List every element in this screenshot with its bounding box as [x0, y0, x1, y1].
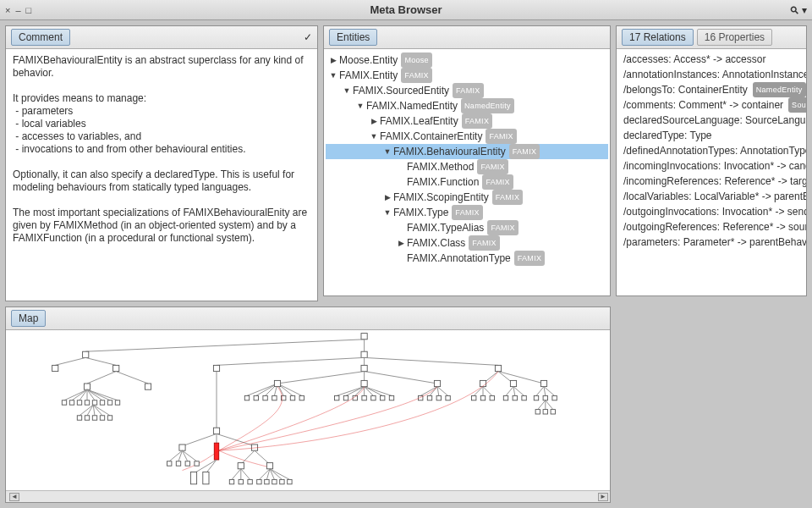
list-item[interactable]: /outgoingInvocations: Invocation* -> sen…: [620, 204, 803, 219]
chevron-down-icon[interactable]: ▼: [383, 205, 392, 220]
tree-item-label: FAMIX.Class: [407, 235, 465, 251]
svg-rect-143: [239, 479, 243, 483]
chevron-down-icon[interactable]: ▼: [383, 144, 392, 159]
comment-header: Comment ✓: [6, 26, 317, 49]
badge: FAMIX: [486, 129, 517, 144]
svg-rect-129: [185, 461, 189, 466]
minimize-icon[interactable]: –: [15, 5, 20, 15]
badge: FAMIX: [452, 205, 483, 220]
map-body[interactable]: [6, 330, 610, 490]
svg-rect-85: [436, 395, 441, 400]
svg-line-80: [420, 387, 437, 396]
svg-rect-155: [288, 479, 292, 483]
svg-rect-21: [92, 400, 96, 405]
svg-rect-118: [213, 428, 219, 433]
search-icon[interactable]: ⚲: [787, 3, 801, 16]
tree-item-label: FAMIX.SourcedEntity: [353, 83, 449, 98]
svg-line-144: [241, 469, 250, 480]
list-item[interactable]: declaredSourceLanguage: SourceLanguage -…: [620, 113, 803, 128]
tree-item[interactable]: ▼FAMIX.SourcedEntityFAMIX: [326, 83, 608, 98]
svg-rect-122: [179, 444, 185, 450]
relations-body[interactable]: /accesses: Access* -> accessor/annotatio…: [617, 49, 806, 295]
list-item[interactable]: /belongsTo: ContainerEntityNamedEntity: [620, 82, 803, 97]
svg-rect-137: [238, 463, 244, 469]
tree-item-label: FAMIX.ScopingEntity: [393, 190, 489, 205]
tab-entities[interactable]: Entities: [329, 29, 377, 46]
check-icon[interactable]: ✓: [304, 31, 312, 43]
list-item[interactable]: /incomingInvocations: Invocation* -> can…: [620, 158, 803, 174]
svg-line-49: [247, 384, 277, 395]
chevron-down-icon[interactable]: ▼: [329, 68, 337, 83]
tab-comment[interactable]: Comment: [11, 29, 70, 46]
badge: FAMIX: [453, 83, 484, 98]
tree-item[interactable]: FAMIX.MethodFAMIX: [326, 159, 608, 174]
restore-icon[interactable]: □: [26, 5, 32, 15]
chevron-right-icon[interactable]: ▶: [370, 113, 378, 129]
map-scrollbar[interactable]: ◄ ►: [6, 490, 610, 502]
list-item[interactable]: /parameters: Parameter* -> parentBehavio…: [620, 235, 803, 250]
dropdown-icon[interactable]: ▾: [802, 4, 807, 16]
svg-rect-60: [290, 395, 294, 400]
chevron-down-icon[interactable]: ▼: [343, 83, 351, 98]
chevron-right-icon[interactable]: ▶: [329, 52, 337, 68]
comment-body-wrap[interactable]: FAMIXBehaviouralEntity is an abstract su…: [6, 49, 317, 301]
svg-line-41: [365, 357, 498, 365]
badge: FAMIX: [462, 113, 493, 129]
svg-rect-56: [272, 395, 277, 400]
tree-item[interactable]: FAMIX.FunctionFAMIX: [326, 174, 608, 190]
badge: NamedEntity: [753, 82, 806, 97]
list-item[interactable]: /definedAnnotationTypes: AnnotationType*…: [620, 143, 803, 158]
tree-item[interactable]: FAMIX.TypeAliasFAMIX: [326, 220, 608, 235]
chevron-right-icon[interactable]: ▶: [397, 235, 405, 251]
svg-rect-54: [263, 395, 267, 400]
relation-text: /belongsTo: ContainerEntity: [623, 82, 748, 97]
list-item[interactable]: /comments: Comment* -> containerSourcedE…: [620, 97, 803, 113]
svg-rect-103: [513, 395, 517, 400]
svg-rect-91: [510, 380, 516, 386]
close-icon[interactable]: ×: [5, 5, 10, 15]
tab-map[interactable]: Map: [11, 310, 46, 327]
chevron-down-icon[interactable]: ▼: [370, 129, 378, 144]
badge: FAMIX: [514, 251, 546, 266]
tree-item[interactable]: ▼FAMIX.NamedEntityNamedEntity: [326, 98, 608, 113]
svg-rect-99: [490, 395, 494, 400]
relations-list: /accesses: Access* -> accessor/annotatio…: [617, 49, 806, 252]
chevron-right-icon[interactable]: ▶: [383, 190, 392, 205]
svg-line-136: [241, 450, 255, 464]
svg-line-39: [217, 357, 365, 365]
scroll-left-icon[interactable]: ◄: [9, 493, 19, 501]
svg-rect-0: [361, 334, 367, 340]
list-item[interactable]: /annotationInstances: AnnotationInstance…: [620, 67, 803, 82]
svg-rect-147: [257, 479, 261, 483]
svg-line-30: [87, 405, 93, 416]
tab-relations[interactable]: 17 Relations: [622, 29, 694, 46]
list-item[interactable]: /localVariables: LocalVariable* -> paren…: [620, 189, 803, 204]
list-item[interactable]: /accesses: Access* -> accessor: [620, 52, 803, 67]
svg-rect-153: [280, 479, 284, 483]
list-item[interactable]: declaredType: Type: [620, 128, 803, 143]
entities-header: Entities: [324, 26, 610, 49]
tree-item[interactable]: ▶FAMIX.ScopingEntityFAMIX: [326, 190, 608, 205]
tree-item[interactable]: FAMIX.AnnotationTypeFAMIX: [326, 251, 608, 266]
svg-line-4: [55, 357, 85, 365]
tree-item[interactable]: ▶FAMIX.LeafEntityFAMIX: [326, 113, 608, 129]
tree-item[interactable]: ▼FAMIX.ContainerEntityFAMIX: [326, 129, 608, 144]
tree-item[interactable]: ▼FAMIX.TypeFAMIX: [326, 205, 608, 220]
entities-body[interactable]: ▶Moose.EntityMoose▼FAMIX.EntityFAMIX▼FAM…: [324, 49, 610, 295]
svg-line-112: [538, 400, 546, 410]
tree-item[interactable]: ▼FAMIX.EntityFAMIX: [326, 68, 608, 83]
tree-item-label: FAMIX.TypeAlias: [407, 220, 484, 235]
entities-panel: Entities ▶Moose.EntityMoose▼FAMIX.Entity…: [323, 25, 611, 296]
svg-rect-66: [335, 395, 339, 400]
list-item[interactable]: /outgoingReferences: Reference* -> sourc…: [620, 219, 803, 235]
tab-properties[interactable]: 16 Properties: [697, 29, 772, 46]
svg-rect-145: [248, 479, 252, 483]
tree-item[interactable]: ▶Moose.EntityMoose: [326, 52, 608, 68]
scroll-right-icon[interactable]: ►: [598, 493, 608, 501]
tree-item[interactable]: ▶FAMIX.ClassFAMIX: [326, 235, 608, 251]
svg-rect-35: [100, 416, 104, 420]
svg-rect-23: [100, 400, 104, 405]
tree-item[interactable]: ▼FAMIX.BehaviouralEntityFAMIX: [326, 144, 608, 159]
list-item[interactable]: /incomingReferences: Reference* -> targe…: [620, 174, 803, 189]
chevron-down-icon[interactable]: ▼: [356, 98, 365, 113]
